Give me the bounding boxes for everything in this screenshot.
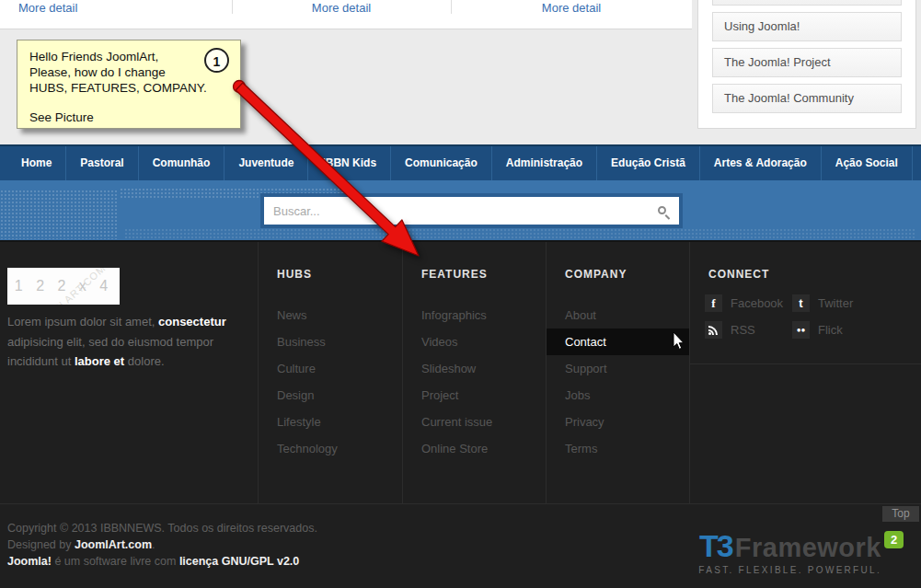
footer-link-news[interactable]: News: [259, 302, 402, 329]
nav-item-ibbn-kids[interactable]: IBBN Kids: [308, 146, 391, 180]
footer-link-videos[interactable]: Videos: [403, 329, 546, 355]
footer-link-online-store[interactable]: Online Store: [403, 435, 546, 462]
page: More detail More detail More detail Gett…: [0, 0, 921, 588]
footer: 1 2 2 x 4 0 JOOMLART.COM Lorem ipsum dol…: [0, 242, 921, 503]
t3-logo-text: T3: [699, 528, 732, 564]
search-box: [260, 193, 683, 228]
search-icon[interactable]: [658, 206, 666, 214]
banner-placeholder-image: 1 2 2 x 4 0 JOOMLART.COM: [7, 268, 120, 305]
social-label: Flick: [818, 323, 843, 337]
footer-about-text: Lorem ipsum dolor sit amet, consectetur …: [7, 312, 254, 372]
facebook-icon: f: [705, 294, 722, 312]
flickr-icon: ●●: [792, 321, 810, 339]
about-highlight: consectetur: [158, 315, 226, 329]
footer-link-jobs[interactable]: Jobs: [547, 382, 689, 409]
social-label: Facebook: [731, 296, 783, 310]
annotation-note: 1 Hello Friends JoomlArt, Please, how do…: [17, 40, 241, 129]
nav-item-juventude[interactable]: Juventude: [224, 146, 308, 180]
footer-about-column: 1 2 2 x 4 0 JOOMLART.COM Lorem ipsum dol…: [0, 242, 258, 503]
designed-by-text: Designed by: [7, 538, 75, 551]
footer-link-support[interactable]: Support: [547, 355, 689, 382]
footer-column-company: COMPANY About Contact Support Jobs Priva…: [546, 242, 689, 503]
footer-column-hubs: HUBS News Business Culture Design Lifest…: [258, 242, 402, 503]
joomla-links-panel: Getting Started Using Joomla! The Joomla…: [697, 0, 916, 129]
more-detail-link-1[interactable]: More detail: [18, 1, 77, 15]
social-link-rss[interactable]: RSS: [705, 321, 755, 339]
t3-tagline: FAST. FLEXIBLE. POWERFUL.: [698, 565, 881, 575]
footer-link-culture[interactable]: Culture: [259, 355, 402, 382]
footer-link-privacy[interactable]: Privacy: [547, 409, 689, 435]
sidebar-item-using-joomla[interactable]: Using Joomla!: [712, 12, 902, 41]
copyright-line: Copyright © 2013 IBBNNEWS. Todos os dire…: [7, 523, 317, 535]
sidebar-item-joomla-project[interactable]: The Joomla! Project: [712, 48, 902, 77]
footer-link-business[interactable]: Business: [259, 329, 402, 355]
search-band: [0, 180, 921, 242]
gnu-gpl-link[interactable]: licença GNU/GPL v2.0: [179, 555, 299, 568]
top-content-strip: More detail More detail More detail: [0, 0, 692, 29]
worldmap-dots: [124, 228, 915, 238]
designed-by-line: Designed by JoomlArt.com.: [7, 539, 317, 551]
worldmap-dots: [0, 190, 117, 239]
connect-divider: [690, 363, 921, 364]
rss-icon: [705, 321, 722, 339]
about-text: Lorem ipsum dolor sit amet,: [7, 315, 158, 329]
footer-link-terms[interactable]: Terms: [547, 435, 689, 462]
search-input[interactable]: [264, 197, 679, 225]
more-detail-link-3[interactable]: More detail: [451, 1, 692, 15]
main-navbar: Home Pastoral Comunhão Juventude IBBN Ki…: [0, 144, 921, 180]
footer-link-slideshow[interactable]: Slideshow: [403, 355, 546, 382]
note-line: See Picture: [29, 110, 234, 125]
note-line: HUBS, FEATURES, COMPANY.: [29, 80, 234, 96]
footer-column-features: FEATURES Infographics Videos Slideshow P…: [402, 242, 546, 503]
footer-link-infographics[interactable]: Infographics: [403, 302, 546, 329]
footer-column-title: FEATURES: [421, 268, 546, 281]
social-link-flickr[interactable]: ●● Flick: [792, 321, 843, 339]
sidebar-item-joomla-community[interactable]: The Joomla! Community: [712, 84, 902, 113]
about-highlight: labore et: [75, 354, 124, 368]
twitter-icon: t: [792, 294, 810, 312]
joomla-bold: Joomla!: [7, 555, 52, 568]
designed-by-text: .: [152, 538, 155, 551]
note-line: Please, how do I change: [29, 64, 234, 80]
joomla-text: é um software livre com: [52, 555, 179, 568]
footer-link-current-issue[interactable]: Current issue: [403, 409, 546, 435]
more-detail-link-2[interactable]: More detail: [232, 1, 451, 15]
note-line: Hello Friends JoomlArt,: [29, 49, 234, 64]
footer-column-title: CONNECT: [708, 268, 921, 281]
t3-framework-text: Framework: [735, 533, 881, 563]
footer-link-contact-active[interactable]: Contact: [547, 329, 689, 355]
social-link-facebook[interactable]: f Facebook: [705, 294, 783, 312]
footer-column-connect: CONNECT f Facebook t Twitter RSS ●● Flic…: [689, 242, 921, 503]
footer-link-project[interactable]: Project: [403, 382, 546, 409]
sidebar-item-getting-started[interactable]: Getting Started: [712, 0, 902, 6]
nav-item-comunhao[interactable]: Comunhão: [139, 146, 225, 180]
t3-framework-logo[interactable]: T3 Framework 2 FAST. FLEXIBLE. POWERFUL.: [698, 528, 904, 575]
footer-column-title: HUBS: [277, 268, 402, 281]
about-text: dolore.: [124, 354, 164, 368]
t3-version-badge: 2: [884, 531, 904, 548]
nav-item-educao-crista[interactable]: Edução Cristã: [597, 146, 700, 180]
joomla-license-line: Joomla! é um software livre com licença …: [7, 556, 317, 568]
footer-link-technology[interactable]: Technology: [259, 435, 402, 462]
social-label: RSS: [731, 323, 755, 337]
nav-item-administracao[interactable]: Administração: [492, 146, 597, 180]
copyright-block: Copyright © 2013 IBBNNEWS. Todos os dire…: [7, 523, 317, 572]
nav-item-artes-adoracao[interactable]: Artes & Adoração: [700, 146, 822, 180]
nav-item-home[interactable]: Home: [7, 146, 66, 180]
footer-link-about[interactable]: About: [547, 302, 689, 329]
back-to-top-button[interactable]: Top: [882, 506, 919, 522]
social-label: Twitter: [818, 296, 853, 310]
footer-link-design[interactable]: Design: [259, 382, 402, 409]
footer-column-title: COMPANY: [565, 268, 689, 281]
social-link-twitter[interactable]: t Twitter: [792, 294, 853, 312]
nav-item-comunicacao[interactable]: Comunicação: [391, 146, 492, 180]
bottom-bar: Copyright © 2013 IBBNNEWS. Todos os dire…: [0, 503, 921, 588]
nav-item-acao-social[interactable]: Ação Social: [822, 146, 913, 180]
nav-item-pastoral[interactable]: Pastoral: [66, 146, 138, 180]
joomlart-link[interactable]: JoomlArt.com: [75, 538, 152, 551]
footer-link-lifestyle[interactable]: Lifestyle: [259, 409, 402, 435]
annotation-number-badge: 1: [204, 48, 229, 73]
